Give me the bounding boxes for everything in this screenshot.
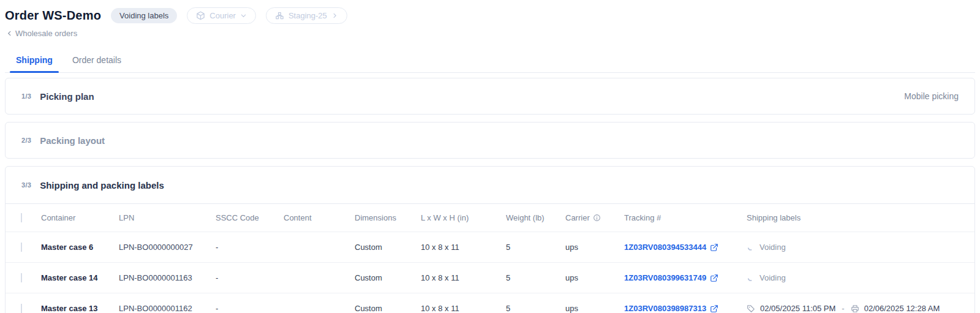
carrier-cell: ups	[565, 243, 624, 252]
row-checkbox[interactable]	[21, 243, 22, 252]
column-header-lwh: L x W x H (in)	[421, 213, 506, 222]
external-link-icon	[710, 304, 718, 313]
lpn-cell: LPN-BO0000001163	[119, 273, 216, 282]
breadcrumb-label: Wholesale orders	[15, 29, 77, 38]
table-row: Master case 13 LPN-BO0000001162 - Custom…	[6, 293, 974, 313]
package-icon	[196, 11, 205, 20]
dimensions-cell: Custom	[355, 273, 421, 282]
lwh-cell: 10 x 8 x 11	[421, 304, 506, 313]
spinner-icon	[747, 243, 755, 251]
label-printed-date: 02/06/2025 12:28 AM	[864, 304, 940, 313]
voiding-status: Voiding	[760, 243, 786, 252]
carrier-cell: ups	[565, 304, 624, 313]
tracking-number: 1Z03RV080399631749	[624, 273, 706, 282]
column-header-content: Content	[284, 213, 355, 222]
table-header-row: Container LPN SSCC Code Content Dimensio…	[6, 203, 974, 232]
dimensions-cell: Custom	[355, 243, 421, 252]
row-checkbox[interactable]	[21, 304, 22, 313]
shipping-labels-cell: Voiding	[747, 243, 974, 252]
staging-button-label: Staging-25	[288, 11, 327, 20]
breadcrumb[interactable]: Wholesale orders	[6, 29, 975, 38]
shipping-labels-card: 3/3 Shipping and packing labels Containe…	[5, 166, 975, 313]
sscc-cell: -	[216, 304, 284, 313]
column-header-sscc: SSCC Code	[216, 213, 284, 222]
row-checkbox[interactable]	[21, 273, 22, 282]
column-header-shipping-labels: Shipping labels	[747, 213, 974, 222]
carrier-cell: ups	[565, 273, 624, 282]
step-indicator: 1/3	[21, 92, 31, 100]
external-link-icon	[710, 243, 718, 252]
weight-cell: 5	[506, 304, 565, 313]
container-cell: Master case 14	[41, 273, 119, 282]
step-indicator: 2/3	[21, 137, 31, 144]
tracking-number: 1Z03RV080398987313	[624, 304, 706, 313]
lpn-cell: LPN-BO0000000027	[119, 243, 216, 252]
lpn-cell: LPN-BO0000001162	[119, 304, 216, 313]
tracking-link[interactable]: 1Z03RV080398987313	[624, 304, 747, 313]
column-header-dimensions: Dimensions	[355, 213, 421, 222]
column-header-carrier: Carrier	[565, 213, 590, 222]
page-header: Order WS-Demo Voiding labels Courier Sta…	[5, 7, 975, 24]
table-row: Master case 14 LPN-BO0000001163 - Custom…	[6, 262, 974, 293]
container-cell: Master case 13	[41, 304, 119, 313]
sscc-cell: -	[216, 243, 284, 252]
shipping-labels-cell: 02/05/2025 11:05 PM - 02/06/2025 12:28 A…	[747, 304, 974, 313]
lwh-cell: 10 x 8 x 11	[421, 243, 506, 252]
weight-cell: 5	[506, 243, 565, 252]
chevron-right-icon	[331, 12, 338, 19]
tag-icon	[747, 304, 755, 313]
tab-order-details[interactable]: Order details	[71, 50, 123, 72]
courier-button-label: Courier	[209, 11, 236, 20]
tracking-number: 1Z03RV080394533444	[624, 243, 706, 252]
packing-layout-card: 2/3 Packing layout	[5, 122, 975, 159]
info-icon[interactable]	[593, 214, 601, 222]
staging-button[interactable]: Staging-25	[266, 7, 347, 24]
printer-icon	[851, 304, 859, 313]
tab-shipping[interactable]: Shipping	[15, 50, 54, 72]
external-link-icon	[710, 274, 718, 282]
weight-cell: 5	[506, 273, 565, 282]
section-title-shipping-labels: Shipping and packing labels	[40, 180, 164, 190]
courier-dropdown-button[interactable]: Courier	[187, 7, 256, 24]
lwh-cell: 10 x 8 x 11	[421, 273, 506, 282]
dimensions-cell: Custom	[355, 304, 421, 313]
chevron-left-icon	[6, 30, 13, 37]
column-header-container: Container	[41, 213, 119, 222]
tracking-link[interactable]: 1Z03RV080394533444	[624, 243, 747, 252]
chevron-down-icon	[240, 12, 247, 19]
container-cell: Master case 6	[41, 243, 119, 252]
order-page: Order WS-Demo Voiding labels Courier Sta…	[0, 0, 980, 313]
voiding-status: Voiding	[760, 273, 786, 282]
label-created-date: 02/05/2025 11:05 PM	[760, 304, 835, 313]
select-all-checkbox[interactable]	[21, 213, 22, 222]
table-row: Master case 6 LPN-BO0000000027 - Custom …	[6, 232, 974, 262]
column-header-lpn: LPN	[119, 213, 216, 222]
picking-plan-card: 1/3 Picking plan Mobile picking	[5, 78, 975, 115]
tab-bar: Shipping Order details	[5, 50, 975, 73]
mobile-picking-link[interactable]: Mobile picking	[904, 91, 959, 101]
section-title-picking-plan: Picking plan	[40, 91, 94, 102]
tracking-link[interactable]: 1Z03RV080399631749	[624, 273, 747, 282]
staging-rack-icon	[275, 11, 284, 20]
sscc-cell: -	[216, 273, 284, 282]
section-title-packing-layout: Packing layout	[40, 135, 105, 146]
shipping-labels-cell: Voiding	[747, 273, 974, 282]
status-badge: Voiding labels	[111, 8, 177, 23]
column-header-tracking: Tracking #	[624, 213, 747, 222]
date-separator: -	[842, 304, 844, 313]
page-title: Order WS-Demo	[5, 9, 101, 23]
column-header-weight: Weight (lb)	[506, 213, 565, 222]
spinner-icon	[747, 274, 755, 282]
step-indicator: 3/3	[21, 181, 31, 189]
